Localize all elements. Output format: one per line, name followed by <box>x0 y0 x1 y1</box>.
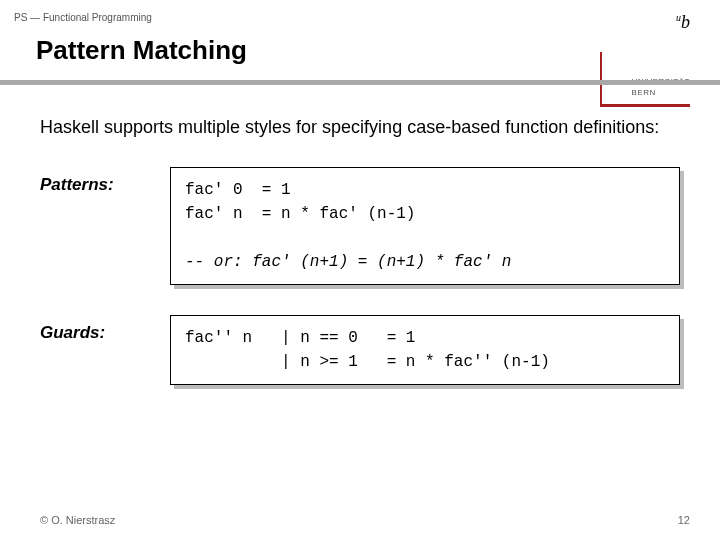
page-title: Pattern Matching <box>0 31 720 80</box>
logo-symbol: ub <box>600 12 690 33</box>
patterns-code-wrap: fac' 0 = 1 fac' n = n * fac' (n-1) -- or… <box>170 167 680 285</box>
page-number: 12 <box>678 514 690 526</box>
footer: © O. Nierstrasz 12 <box>40 514 690 526</box>
code-line: | n >= 1 = n * fac'' (n-1) <box>185 353 550 371</box>
guards-code-wrap: fac'' n | n == 0 = 1 | n >= 1 = n * fac'… <box>170 315 680 385</box>
intro-text: Haskell supports multiple styles for spe… <box>40 115 680 139</box>
code-comment: -- or: fac' (n+1) = (n+1) * fac' n <box>185 253 511 271</box>
patterns-row: Patterns: fac' 0 = 1 fac' n = n * fac' (… <box>40 167 680 285</box>
slide: PS — Functional Programming ub UNIVERSIT… <box>0 0 720 540</box>
logo-line2: BERN <box>632 88 690 98</box>
title-underline <box>0 80 720 85</box>
guards-row: Guards: fac'' n | n == 0 = 1 | n >= 1 = … <box>40 315 680 385</box>
content-body: Haskell supports multiple styles for spe… <box>0 85 720 385</box>
code-line: fac' n = n * fac' (n-1) <box>185 205 415 223</box>
guards-code: fac'' n | n == 0 = 1 | n >= 1 = n * fac'… <box>170 315 680 385</box>
code-line: fac'' n | n == 0 = 1 <box>185 329 415 347</box>
title-area: Pattern Matching <box>0 31 720 85</box>
guards-label: Guards: <box>40 315 170 343</box>
code-line: fac' 0 = 1 <box>185 181 291 199</box>
patterns-label: Patterns: <box>40 167 170 195</box>
logo-main: b <box>681 12 690 32</box>
patterns-code: fac' 0 = 1 fac' n = n * fac' (n-1) -- or… <box>170 167 680 285</box>
copyright: © O. Nierstrasz <box>40 514 115 526</box>
